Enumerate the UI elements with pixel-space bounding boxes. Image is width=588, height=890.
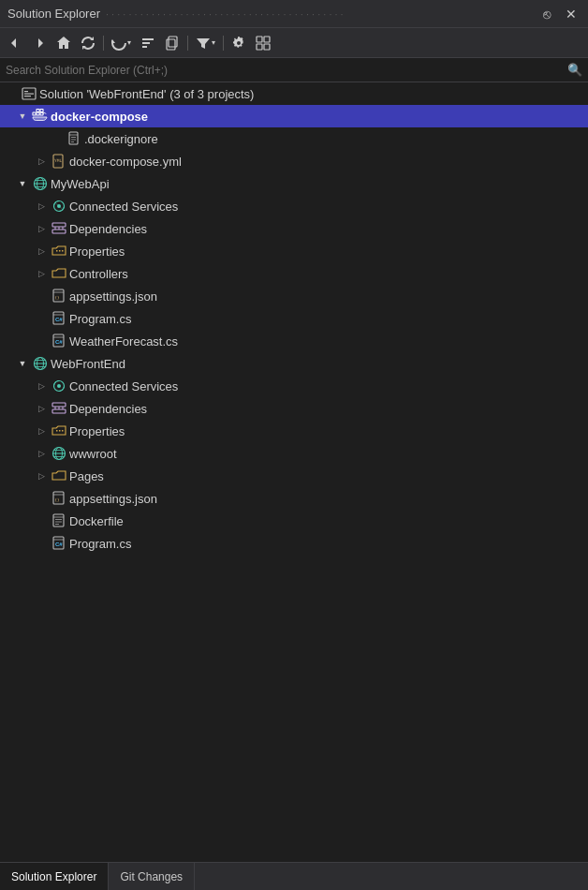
mywebapi-icon (32, 175, 49, 192)
wwwroot-icon (51, 445, 67, 462)
svg-text:C#: C# (55, 317, 63, 322)
tree-row-mywebapi-dependencies[interactable]: ▷ Dependencies (0, 217, 588, 240)
mywebapi-dependencies-label: Dependencies (69, 222, 147, 236)
svg-rect-20 (71, 140, 76, 141)
tree-row-webfrontend-wwwroot[interactable]: ▷ wwwroot (0, 442, 588, 465)
webfrontend-pages-label: Pages (69, 469, 104, 483)
webfrontend-pages-expander[interactable]: ▷ (34, 468, 49, 483)
mywebapi-properties-label: Properties (69, 245, 125, 259)
search-bar: 🔍 (0, 58, 588, 82)
mywebapi-appsettings-label: appsettings.json (69, 289, 157, 304)
sync-button[interactable] (77, 33, 99, 53)
svg-rect-12 (24, 96, 31, 96)
back-button[interactable] (4, 33, 26, 53)
webfrontend-expander[interactable]: ▼ (15, 356, 30, 371)
tree-row-webfrontend-dependencies[interactable]: ▷ Dependencies (0, 397, 588, 420)
tree-row-webfrontend-appsettings[interactable]: {} appsettings.json (0, 487, 588, 510)
tab-git-changes[interactable]: Git Changes (109, 863, 195, 890)
tree-row-webfrontend-connected[interactable]: ▷ Connected Services (0, 375, 588, 397)
properties-button[interactable] (228, 33, 250, 53)
yml-label: docker-compose.yml (69, 155, 182, 169)
tree-row-webfrontend[interactable]: ▼ WebFrontEnd (0, 352, 588, 375)
search-icon[interactable]: 🔍 (567, 63, 582, 77)
webfrontend-connected-expander[interactable]: ▷ (34, 378, 49, 393)
tree-row-webfrontend-properties[interactable]: ▷ Properties (0, 420, 588, 442)
webfrontend-wwwroot-expander[interactable]: ▷ (34, 446, 49, 461)
solution-row[interactable]: Solution 'WebFrontEnd' (3 of 3 projects) (0, 82, 588, 105)
svg-rect-7 (257, 44, 262, 50)
svg-rect-17 (40, 110, 43, 112)
tree-row-mywebapi-properties[interactable]: ▷ Properties (0, 240, 588, 262)
tree-row-mywebapi[interactable]: ▼ MyWebApi (0, 172, 588, 195)
mywebapi-connected-expander[interactable]: ▷ (34, 199, 49, 214)
sep1 (103, 36, 104, 51)
docker-compose-expander[interactable]: ▼ (15, 109, 30, 124)
tree-row-docker-compose-yml[interactable]: ▷ YML docker-compose.yml (0, 150, 588, 172)
tree-row-webfrontend-pages[interactable]: ▷ Pages (0, 465, 588, 487)
svg-rect-13 (33, 112, 36, 115)
properties-folder-icon (51, 243, 67, 260)
svg-rect-32 (52, 230, 66, 233)
title-bar-left: Solution Explorer · · · · · · · · · · · … (7, 7, 344, 21)
svg-text:C#: C# (55, 339, 63, 345)
webfrontend-appsettings-label: appsettings.json (69, 492, 157, 506)
webfrontend-dockerfile-label: Dockerfile (69, 514, 124, 528)
tree-area: Solution 'WebFrontEnd' (3 of 3 projects)… (0, 82, 588, 862)
home-button[interactable] (52, 33, 75, 53)
svg-rect-52 (52, 403, 66, 407)
search-input[interactable] (6, 64, 567, 77)
copy-button[interactable] (161, 33, 184, 53)
webfrontend-program-label: Program.cs (69, 537, 131, 551)
webfrontend-dependencies-icon (51, 400, 67, 417)
svg-text:{}: {} (55, 497, 60, 502)
dockerignore-icon (66, 130, 82, 147)
webfrontend-label: WebFrontEnd (51, 357, 125, 371)
mywebapi-controllers-expander[interactable]: ▷ (34, 266, 49, 281)
svg-rect-1 (142, 42, 150, 44)
forward-button[interactable] (28, 33, 51, 53)
tree-row-mywebapi-program[interactable]: C# Program.cs (0, 307, 588, 330)
tree-row-webfrontend-dockerfile[interactable]: Dockerfile (0, 510, 588, 532)
svg-rect-68 (55, 519, 62, 520)
dockerfile-icon (51, 512, 67, 529)
dockerignore-label: .dockerignore (84, 132, 158, 146)
svg-rect-8 (264, 44, 270, 50)
mywebapi-weatherforecast-label: WeatherForecast.cs (69, 334, 178, 349)
tree-row-docker-compose[interactable]: ▼ docker-compose (0, 105, 588, 127)
collapse-all-button[interactable] (137, 33, 159, 53)
mywebapi-expander[interactable]: ▼ (15, 176, 30, 191)
close-button[interactable]: ✕ (562, 6, 581, 22)
tree-row-mywebapi-connected[interactable]: ▷ Connected Services (0, 195, 588, 217)
title-bar-dots: · · · · · · · · · · · · · · · · · · · · … (106, 8, 344, 20)
preview-button[interactable] (252, 33, 274, 53)
webfrontend-properties-icon (51, 423, 67, 439)
json-icon-2: {} (51, 490, 67, 507)
webfrontend-wwwroot-label: wwwroot (69, 447, 117, 461)
tree-row-webfrontend-program[interactable]: C# Program.cs (0, 532, 588, 555)
title-bar-right: ⎋ ✕ (539, 6, 581, 22)
yml-expander[interactable]: ▷ (34, 154, 49, 169)
solution-icon (21, 85, 37, 102)
svg-rect-70 (55, 524, 59, 525)
svg-rect-6 (264, 37, 270, 42)
svg-text:{}: {} (55, 295, 60, 300)
svg-rect-5 (257, 37, 262, 42)
tree-row-mywebapi-controllers[interactable]: ▷ Controllers (0, 262, 588, 285)
tree-row-mywebapi-weatherforecast[interactable]: C# WeatherForecast.cs (0, 330, 588, 352)
refresh-button[interactable]: ▾ (108, 33, 135, 53)
mywebapi-properties-expander[interactable]: ▷ (34, 244, 49, 259)
mywebapi-dependencies-expander[interactable]: ▷ (34, 221, 49, 236)
svg-rect-31 (52, 223, 66, 227)
pin-button[interactable]: ⎋ (539, 6, 554, 22)
tab-solution-explorer[interactable]: Solution Explorer (0, 863, 109, 890)
connected-services-icon (51, 198, 67, 215)
svg-rect-18 (69, 132, 78, 144)
svg-rect-11 (24, 94, 34, 95)
tree-row-mywebapi-appsettings[interactable]: {} appsettings.json (0, 285, 588, 307)
tree-row-dockerignore[interactable]: ▷ .dockerignore (0, 127, 588, 150)
svg-rect-53 (52, 409, 66, 413)
toolbar: ▾ ▾ (0, 28, 588, 58)
webfrontend-properties-expander[interactable]: ▷ (34, 423, 49, 438)
webfrontend-dependencies-expander[interactable]: ▷ (34, 401, 49, 416)
filter-button[interactable]: ▾ (192, 33, 219, 53)
